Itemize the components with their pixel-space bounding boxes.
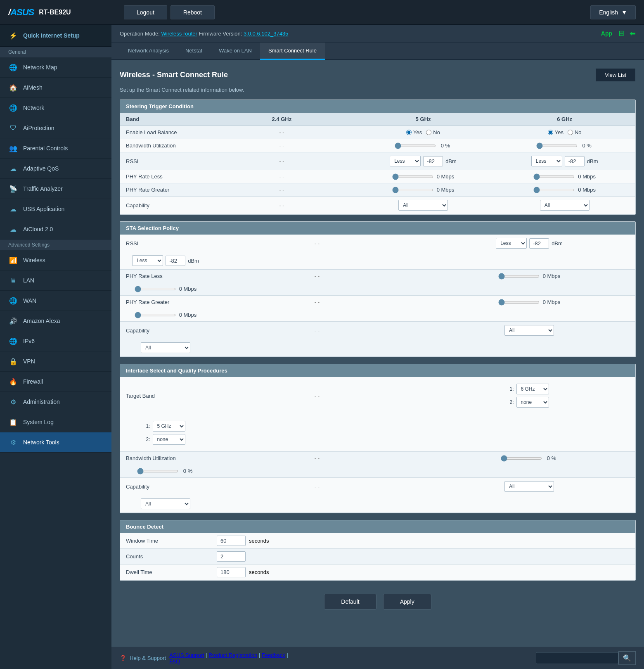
slider-6-bw-is[interactable] xyxy=(137,470,178,472)
rssi-value-5-ssp[interactable] xyxy=(529,238,549,249)
row-counts: Counts xyxy=(120,549,635,565)
footer-search-button[interactable]: 🔍 xyxy=(618,651,636,665)
footer-link-feedback[interactable]: Feedback xyxy=(262,652,285,658)
sidebar-item-aimesh[interactable]: 🏠 AiMesh xyxy=(0,78,111,98)
sidebar-item-administration[interactable]: ⚙ Administration xyxy=(0,392,111,412)
wireless-icon: 📶 xyxy=(8,255,18,265)
sidebar-item-network-map[interactable]: 🌐 Network Map xyxy=(0,57,111,78)
slider-5-phy-greater-st[interactable] xyxy=(392,189,433,191)
tab-netstat[interactable]: Netstat xyxy=(177,43,211,60)
band-select-col1-2[interactable]: none6 GHz5 GHz2.4 GHz xyxy=(516,397,549,408)
slider-6-phy-greater-ssp[interactable] xyxy=(135,314,176,316)
sidebar-item-ipv6[interactable]: 🌐 IPv6 xyxy=(0,331,111,351)
sidebar-item-network-tools[interactable]: ⚙ Network Tools xyxy=(0,432,111,453)
capability-select-6-ssp[interactable]: All xyxy=(141,342,190,353)
apply-button[interactable]: Apply xyxy=(383,594,431,610)
rssi-comparator-5-ssp[interactable]: LessGreater xyxy=(496,238,527,249)
sidebar-item-amazon-alexa[interactable]: 🔊 Amazon Alexa xyxy=(0,311,111,331)
sidebar-item-parental-controls[interactable]: 👥 Parental Controls xyxy=(0,138,111,159)
capability-select-5-st[interactable]: All xyxy=(398,200,448,211)
capability-select-6-st[interactable]: All xyxy=(540,200,590,211)
content-footer: ❓ Help & Support ASUS Support | Product … xyxy=(111,647,644,669)
logo-area: /ASUS RT-BE92U xyxy=(8,7,124,18)
sidebar-item-vpn[interactable]: 🔒 VPN xyxy=(0,351,111,372)
tab-label: Smart Connect Rule xyxy=(268,47,317,54)
input-row-counts xyxy=(217,551,630,562)
footer-search-input[interactable] xyxy=(536,652,618,664)
capability-select-5-is[interactable]: All xyxy=(504,481,554,492)
reboot-button[interactable]: Reboot xyxy=(170,5,215,19)
band-select-col2-1[interactable]: 5 GHz6 GHz2.4 GHznone xyxy=(153,421,185,432)
radio-5-yes[interactable] xyxy=(406,130,412,135)
radio-6-no-label[interactable]: No xyxy=(568,129,582,135)
slider-6-phy-less-st[interactable] xyxy=(533,176,575,178)
tab-network-analysis[interactable]: Network Analysis xyxy=(120,43,177,60)
rssi-comparator-6-st[interactable]: LessGreater xyxy=(531,156,562,166)
sidebar-item-traffic-analyzer[interactable]: 📡 Traffic Analyzer xyxy=(0,179,111,199)
firmware-value[interactable]: 3.0.0.6.102_37435 xyxy=(244,31,288,37)
sidebar-item-firewall[interactable]: 🔥 Firewall xyxy=(0,372,111,392)
val-5-rssi-st: LessGreater dBm xyxy=(353,152,494,170)
language-button[interactable]: English ▼ xyxy=(590,5,636,19)
slider-5-phy-greater-ssp[interactable] xyxy=(498,301,540,304)
radio-5-no[interactable] xyxy=(426,130,431,135)
radio-6-yes[interactable] xyxy=(548,130,553,135)
sta-selection-header: STA Selection Policy xyxy=(120,222,635,235)
sidebar-item-network[interactable]: 🌐 Network xyxy=(0,98,111,118)
monitor-icon[interactable]: 🖥 xyxy=(617,29,625,38)
app-link[interactable]: App xyxy=(601,30,612,37)
sidebar-item-adaptive-qos[interactable]: ☁ Adaptive QoS xyxy=(0,159,111,179)
amazon-alexa-icon: 🔊 xyxy=(8,316,18,326)
val-6-rssi-ssp: LessGreater dBm xyxy=(120,252,211,269)
rssi-comparator-5-st[interactable]: LessGreater xyxy=(390,156,421,166)
slider-6-bw-st[interactable] xyxy=(536,145,578,147)
radio-5-no-label[interactable]: No xyxy=(426,129,440,135)
radio-6-yes-label[interactable]: Yes xyxy=(548,129,564,135)
capability-select-5-ssp[interactable]: All xyxy=(504,325,554,336)
asus-logo: /ASUS xyxy=(8,7,34,18)
footer-link-faq[interactable]: FAQ xyxy=(169,658,180,664)
sidebar-item-wan[interactable]: 🌐 WAN xyxy=(0,291,111,311)
th-band: Band xyxy=(120,113,211,126)
input-window-time[interactable] xyxy=(217,536,246,546)
sidebar-item-aicloud[interactable]: ☁ AiCloud 2.0 xyxy=(0,219,111,240)
slider-5-bw-st[interactable] xyxy=(395,145,436,147)
unit-dwell-time: seconds xyxy=(249,569,269,575)
radio-5-yes-label[interactable]: Yes xyxy=(406,129,422,135)
logout-button[interactable]: Logout xyxy=(124,5,167,19)
view-list-button[interactable]: View List xyxy=(595,68,636,82)
input-dwell-time[interactable] xyxy=(217,567,246,577)
rssi-comparator-6-ssp[interactable]: LessGreater xyxy=(132,255,163,266)
rssi-unit-5-ssp: dBm xyxy=(552,240,563,247)
sidebar-item-system-log[interactable]: 📋 System Log xyxy=(0,412,111,432)
band-select-col2-2[interactable]: none6 GHz5 GHz2.4 GHz xyxy=(153,434,185,445)
sidebar-item-aiprotection[interactable]: 🛡 AiProtection xyxy=(0,118,111,138)
rssi-value-6-ssp[interactable] xyxy=(166,256,185,266)
sidebar-item-quick-setup[interactable]: ⚡ Quick Internet Setup xyxy=(0,25,111,47)
op-mode-value[interactable]: Wireless router xyxy=(161,31,197,37)
slider-5-phy-less-ssp[interactable] xyxy=(498,275,540,278)
footer-link-asus-support[interactable]: ASUS Support xyxy=(169,652,204,658)
slider-6-phy-less-ssp[interactable] xyxy=(135,288,176,290)
slider-5-bw-is[interactable] xyxy=(501,457,542,460)
slider-5-phy-less-st[interactable] xyxy=(392,176,433,178)
footer-link-product-reg[interactable]: Product Registration xyxy=(208,652,257,658)
default-button[interactable]: Default xyxy=(324,594,376,610)
sidebar-item-lan[interactable]: 🖥 LAN xyxy=(0,270,111,291)
band-select-col1-1[interactable]: 6 GHz5 GHz2.4 GHznone xyxy=(516,384,549,394)
rssi-value-5-st[interactable] xyxy=(423,156,443,166)
footer-search: 🔍 xyxy=(536,651,636,665)
slider-6-phy-greater-st[interactable] xyxy=(533,189,575,191)
tab-wake-on-lan[interactable]: Wake on LAN xyxy=(211,43,260,60)
rssi-value-6-st[interactable] xyxy=(565,156,585,166)
label-rssi-st: RSSI xyxy=(120,155,211,168)
sidebar-item-wireless[interactable]: 📶 Wireless xyxy=(0,250,111,270)
radio-6-no[interactable] xyxy=(568,130,573,135)
sidebar-item-usb-application[interactable]: ☁ USB Application xyxy=(0,199,111,219)
val-5-capability-ssp: All xyxy=(423,322,635,339)
capability-select-6-is[interactable]: All xyxy=(141,498,190,509)
input-counts[interactable] xyxy=(217,551,246,562)
tab-smart-connect-rule[interactable]: Smart Connect Rule xyxy=(260,43,325,60)
val-5-phy-less-ssp: 0 Mbps xyxy=(423,270,635,282)
usb-icon[interactable]: ⬅ xyxy=(630,29,636,38)
